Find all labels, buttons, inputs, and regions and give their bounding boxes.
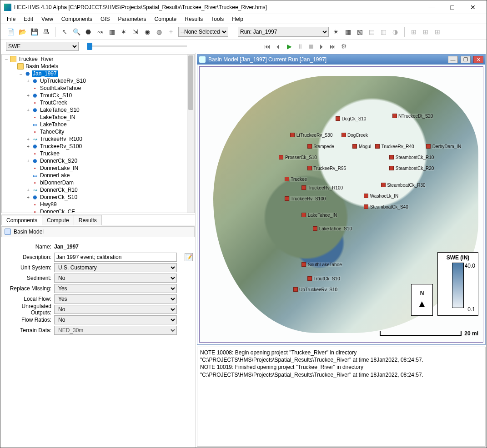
print-icon[interactable]: 🖶: [41, 27, 50, 36]
summary-icon[interactable]: ▥: [379, 27, 388, 36]
expand-icon[interactable]: –: [11, 64, 16, 69]
map-element-label[interactable]: LakeTahoe_IN: [307, 213, 338, 218]
map-element-label[interactable]: Mogul: [358, 144, 372, 149]
field-input[interactable]: NED_30m: [54, 326, 177, 335]
message-log[interactable]: NOTE 10008: Begin opening project "Truck…: [197, 347, 486, 447]
map-element-label[interactable]: ProsserCk_S10: [285, 155, 317, 160]
diversion-tool-icon[interactable]: ⇲: [131, 27, 140, 36]
tab-components[interactable]: Components: [1, 215, 42, 225]
pointer-icon[interactable]: ↖: [60, 27, 69, 36]
junction-tool-icon[interactable]: ✶: [119, 27, 128, 36]
notes-icon[interactable]: 📝: [185, 253, 193, 261]
add-icon[interactable]: ＋: [166, 27, 176, 36]
map-element-node[interactable]: [352, 144, 357, 149]
field-input[interactable]: No: [54, 315, 177, 324]
map-element-node[interactable]: [307, 144, 312, 149]
map-element-label[interactable]: SteamboatCk_S40: [370, 204, 409, 209]
expand-icon[interactable]: +: [25, 137, 31, 142]
map-minimize-button[interactable]: —: [448, 56, 458, 63]
map-element-label[interactable]: LakeTahoe_S10: [319, 226, 352, 231]
minimize-button[interactable]: —: [422, 1, 442, 14]
tree-node[interactable]: –Truckee_River: [2, 55, 187, 63]
skip-end-icon[interactable]: ⏭: [329, 42, 337, 50]
step-back-icon[interactable]: ⏴: [274, 42, 282, 50]
graph-icon[interactable]: ▧: [355, 27, 364, 36]
slider-thumb[interactable]: [87, 43, 92, 50]
map-element-node[interactable]: [336, 116, 340, 121]
tree-node[interactable]: –Basin Models: [2, 63, 187, 70]
map-element-label[interactable]: SouthLakeTahoe: [307, 262, 342, 267]
tree-node[interactable]: ▪TroutCreek: [2, 99, 187, 106]
expand-icon[interactable]: +: [25, 144, 31, 149]
tree-node[interactable]: +↝TruckeeRv_R100: [2, 135, 187, 143]
grid1-icon[interactable]: ⊞: [409, 27, 418, 36]
map-element-node[interactable]: [279, 155, 283, 159]
globe-icon[interactable]: ◑: [391, 27, 400, 36]
map-element-node[interactable]: [313, 226, 317, 231]
expand-icon[interactable]: +: [25, 159, 31, 164]
map-element-label[interactable]: NTruckeeDt_S20: [398, 114, 433, 119]
menu-view[interactable]: View: [38, 15, 57, 23]
time-slider[interactable]: [87, 45, 187, 47]
expand-icon[interactable]: +: [25, 195, 31, 200]
map-element-node[interactable]: [301, 213, 306, 217]
field-input[interactable]: [54, 253, 177, 262]
table-icon[interactable]: ▤: [367, 27, 376, 36]
tree-node[interactable]: ▪TahoeCity: [2, 128, 187, 135]
scrollbar-thumb[interactable]: [188, 55, 193, 110]
menu-edit[interactable]: Edit: [20, 15, 37, 23]
menu-help[interactable]: Help: [228, 15, 247, 23]
tree-node[interactable]: +⬣TroutCk_S10: [2, 92, 187, 99]
map-element-label[interactable]: Stampede: [313, 144, 335, 149]
sink-tool-icon[interactable]: ◍: [155, 27, 164, 36]
compute-icon[interactable]: ✴: [331, 27, 341, 36]
grid2-icon[interactable]: ⊞: [421, 27, 430, 36]
tree-node[interactable]: ▪SouthLakeTahoe: [2, 85, 187, 92]
map-element-node[interactable]: [293, 287, 298, 292]
menu-gis[interactable]: GIS: [97, 15, 114, 23]
layer-select[interactable]: SWE: [6, 42, 79, 51]
field-input[interactable]: U.S. Customary: [54, 263, 177, 272]
results-icon[interactable]: ▦: [343, 27, 352, 36]
tree-node[interactable]: +⬣TruckeeRv_S100: [2, 143, 187, 150]
new-icon[interactable]: 📄: [6, 27, 15, 36]
tree-node[interactable]: +⬣DonnerCk_S20: [2, 157, 187, 164]
expand-icon[interactable]: +: [25, 93, 31, 98]
map-element-node[interactable]: [301, 262, 306, 267]
map-element-node[interactable]: [364, 204, 368, 209]
map-element-label[interactable]: TroutCk_S10: [313, 276, 341, 281]
skip-start-icon[interactable]: ⏮: [263, 42, 271, 50]
stop-icon[interactable]: ⏹: [307, 42, 315, 50]
tab-compute[interactable]: Compute: [42, 215, 74, 225]
map-element-node[interactable]: [307, 166, 312, 170]
expand-icon[interactable]: +: [25, 188, 31, 193]
menu-compute[interactable]: Compute: [151, 15, 181, 23]
map-element-label[interactable]: DerbyDam_IN: [432, 144, 462, 149]
source-tool-icon[interactable]: ◉: [143, 27, 152, 36]
menu-file[interactable]: File: [3, 15, 19, 23]
close-button[interactable]: ✕: [462, 1, 483, 14]
field-input[interactable]: No: [54, 305, 177, 314]
tree-node[interactable]: ▪Truckee: [2, 150, 187, 157]
open-icon[interactable]: 📂: [18, 27, 27, 36]
map-element-label[interactable]: TruckeeRv_R100: [307, 185, 343, 190]
map-element-node[interactable]: [307, 276, 312, 281]
tree-node[interactable]: ▪DonnerCk_CF: [2, 208, 187, 213]
map-element-label[interactable]: LtTruckeeRv_S30: [296, 133, 333, 138]
reach-tool-icon[interactable]: ↝: [95, 27, 105, 36]
map-element-label[interactable]: SteamboatCk_R10: [395, 155, 435, 160]
map-maximize-button[interactable]: ❐: [461, 56, 471, 63]
tree-node[interactable]: ▪blDonnerDam: [2, 179, 187, 186]
map-element-node[interactable]: [389, 166, 394, 170]
map-element-node[interactable]: [341, 133, 346, 137]
map-element-label[interactable]: SteamboatCk_R20: [395, 166, 435, 171]
map-element-node[interactable]: [392, 114, 397, 118]
save-icon[interactable]: 💾: [30, 27, 39, 36]
map-element-label[interactable]: UpTruckeeRv_S10: [299, 287, 338, 292]
pause-icon[interactable]: ⏸: [296, 42, 304, 50]
map-element-label[interactable]: DogCreek: [347, 133, 368, 138]
field-input[interactable]: Yes: [54, 294, 177, 304]
maximize-button[interactable]: □: [442, 1, 462, 14]
tree-node[interactable]: +⬣LakeTahoe_S10: [2, 106, 187, 114]
tree-node[interactable]: +↝DonnerCk_R10: [2, 186, 187, 194]
